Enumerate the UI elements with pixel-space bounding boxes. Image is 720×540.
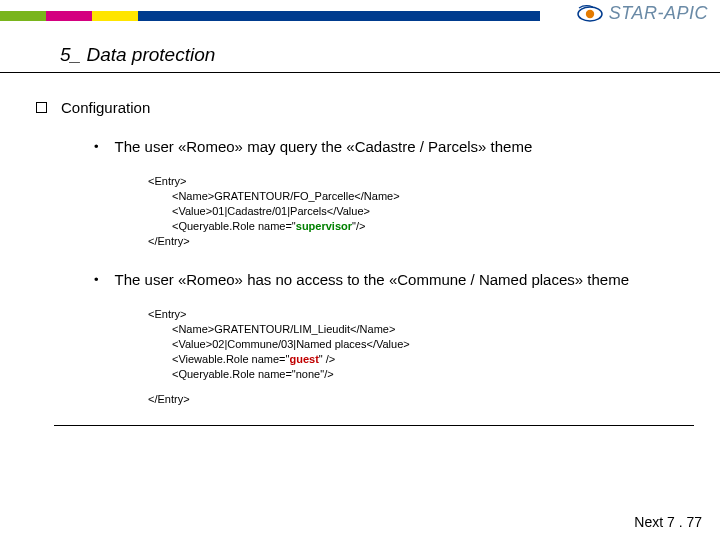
brand-stripes: [0, 11, 540, 21]
eye-icon: [577, 5, 603, 23]
bullet-item: • The user «Romeo» may query the «Cadast…: [94, 138, 690, 249]
highlight: supervisor: [296, 220, 352, 232]
code-line: <Entry>: [148, 307, 690, 322]
topbar: STAR-APIC: [0, 0, 720, 22]
code-line: <Name>GRATENTOUR/LIM_Lieudit</Name>: [172, 322, 690, 337]
checkbox-icon: [36, 102, 47, 113]
section-row: Configuration: [36, 99, 690, 116]
title-divider: [0, 72, 720, 73]
highlight: guest: [289, 353, 318, 365]
page-title: 5_ Data protection: [60, 44, 690, 66]
code-line: <Entry>: [148, 174, 690, 189]
bullet-icon: •: [94, 271, 99, 289]
bullet-item: • The user «Romeo» has no access to the …: [94, 271, 690, 407]
footer-divider: [54, 425, 694, 426]
section-title: Configuration: [61, 99, 150, 116]
code-line: <Queryable.Role name="none"/>: [172, 367, 690, 382]
brand-name: STAR-APIC: [609, 3, 708, 24]
bullet-text: The user «Romeo» may query the «Cadastre…: [115, 138, 533, 156]
code-line: <Viewable.Role name="guest" />: [172, 352, 690, 367]
bullet-text: The user «Romeo» has no access to the «C…: [115, 271, 629, 289]
code-line: </Entry>: [148, 392, 690, 407]
code-line: <Value>01|Cadastre/01|Parcels</Value>: [172, 204, 690, 219]
brand: STAR-APIC: [577, 3, 708, 24]
footer-text: Next 7 . 77: [634, 514, 702, 530]
code-line: <Queryable.Role name="supervisor"/>: [172, 219, 690, 234]
slide-body: 5_ Data protection Configuration • The u…: [0, 22, 720, 426]
svg-point-1: [586, 9, 594, 17]
code-block: <Entry> <Name>GRATENTOUR/FO_Parcelle</Na…: [148, 174, 690, 249]
bullet-icon: •: [94, 138, 99, 156]
code-line: <Value>02|Commune/03|Named places</Value…: [172, 337, 690, 352]
code-block: <Entry> <Name>GRATENTOUR/LIM_Lieudit</Na…: [148, 307, 690, 407]
code-line: </Entry>: [148, 234, 690, 249]
code-line: <Name>GRATENTOUR/FO_Parcelle</Name>: [172, 189, 690, 204]
